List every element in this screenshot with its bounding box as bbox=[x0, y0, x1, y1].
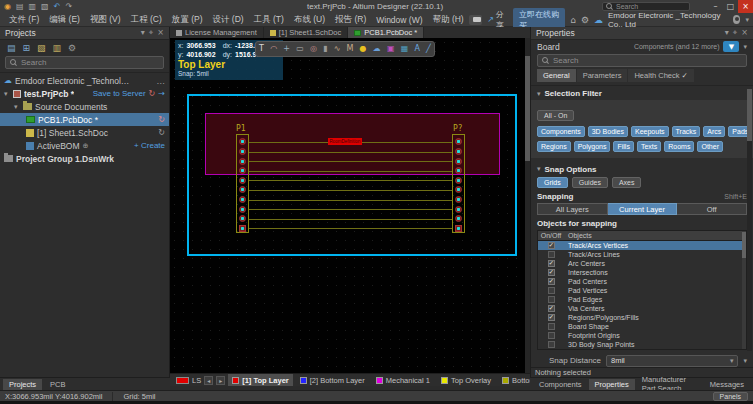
current-layer-option[interactable]: Current Layer bbox=[608, 203, 678, 215]
panel-menu-icon[interactable]: ▾ bbox=[725, 28, 729, 38]
menu-design[interactable]: 设计 (D) bbox=[208, 14, 249, 26]
menu-reports[interactable]: 报告 (R) bbox=[330, 14, 371, 26]
snap-object-row[interactable]: Track/Arcs Lines bbox=[538, 250, 746, 259]
track[interactable] bbox=[249, 190, 452, 191]
open-icon[interactable]: ▧ bbox=[41, 2, 49, 11]
undo-icon[interactable]: ↶ bbox=[54, 2, 61, 11]
track[interactable] bbox=[249, 171, 452, 172]
snap-object-row[interactable]: Pad Centers bbox=[538, 277, 746, 286]
create-link[interactable]: + Create bbox=[134, 141, 165, 150]
home-icon[interactable]: ⌂ bbox=[570, 15, 576, 25]
menu-edit[interactable]: 编辑 (E) bbox=[44, 14, 85, 26]
tab-license-management[interactable]: License Management bbox=[170, 27, 264, 38]
filter-regions-button[interactable]: Regions bbox=[537, 141, 571, 152]
workspace-menu-icon[interactable]: … bbox=[157, 76, 166, 86]
selection-filter-section-header[interactable]: ▾ Selection Filter bbox=[531, 87, 753, 100]
projects-search-input[interactable]: Search bbox=[5, 56, 164, 69]
workspace-row[interactable]: ☁ Emdoor Electronic _Technology Co., Ltd… bbox=[0, 74, 169, 87]
pad[interactable] bbox=[455, 138, 462, 145]
checkbox[interactable] bbox=[548, 341, 555, 348]
polygon-tool-icon[interactable]: ☁ bbox=[373, 45, 381, 53]
project-options-icon[interactable]: ⚙ bbox=[68, 43, 76, 53]
checkbox[interactable] bbox=[548, 251, 555, 258]
room-tool-icon[interactable]: ▣ bbox=[387, 45, 395, 53]
tab-pcb[interactable]: PCB bbox=[44, 379, 71, 390]
menu-view[interactable]: 视图 (V) bbox=[85, 14, 126, 26]
filter-polygons-button[interactable]: Polygons bbox=[574, 141, 611, 152]
guides-button[interactable]: Guides bbox=[572, 177, 608, 188]
track[interactable] bbox=[249, 200, 452, 201]
via-place-icon[interactable]: ● bbox=[360, 45, 367, 53]
save-to-server-link[interactable]: Save to Server bbox=[93, 89, 146, 98]
filter-fills-button[interactable]: Fills bbox=[613, 141, 633, 152]
close-icon[interactable]: × bbox=[741, 28, 748, 38]
checkbox[interactable] bbox=[548, 242, 555, 249]
pin-icon[interactable]: ⌖ bbox=[733, 28, 738, 38]
caret-icon[interactable]: ▾ bbox=[14, 103, 20, 111]
snap-object-row[interactable]: 3D Body Snap Points bbox=[538, 340, 746, 349]
checkbox[interactable] bbox=[548, 314, 555, 321]
table-scrollbar[interactable] bbox=[742, 231, 746, 349]
snap-object-row[interactable]: Footprint Origins bbox=[538, 331, 746, 340]
collapse-icon[interactable]: ▾ bbox=[537, 90, 541, 98]
add-document-icon[interactable]: ⊞ bbox=[23, 43, 31, 53]
filter-components-button[interactable]: Components bbox=[537, 126, 585, 137]
menu-help[interactable]: 帮助 (H) bbox=[428, 14, 469, 26]
sync-arrow-icon[interactable]: → bbox=[158, 89, 165, 98]
pad[interactable] bbox=[239, 158, 246, 165]
pad[interactable] bbox=[239, 225, 246, 232]
panel-scrollbar[interactable] bbox=[747, 89, 752, 351]
activebom-row[interactable]: ActiveBOM ⊕ + Create bbox=[0, 139, 169, 152]
pcb-doc-row[interactable]: PCB1.PcbDoc * ↻ bbox=[0, 113, 169, 126]
via-tool-icon[interactable]: + bbox=[283, 45, 290, 53]
tab-sheet1-schdoc[interactable]: [1] Sheet1.SchDoc bbox=[264, 27, 349, 38]
filter-other-button[interactable]: Other bbox=[697, 141, 723, 152]
filter-icon[interactable]: ▼ bbox=[723, 41, 739, 52]
checkbox[interactable] bbox=[548, 260, 555, 267]
track[interactable] bbox=[249, 209, 452, 210]
track[interactable] bbox=[249, 152, 452, 153]
pad[interactable] bbox=[455, 167, 462, 174]
filter-tracks-button[interactable]: Tracks bbox=[672, 126, 701, 137]
pad[interactable] bbox=[455, 158, 462, 165]
room-definition-label[interactable]: RoomDefinition bbox=[328, 138, 362, 145]
pad[interactable] bbox=[455, 206, 462, 213]
pad[interactable] bbox=[239, 177, 246, 184]
tab-components[interactable]: Components bbox=[533, 379, 588, 390]
tab-messages[interactable]: Messages bbox=[704, 379, 750, 390]
panel-menu-icon[interactable]: ▾ bbox=[141, 28, 145, 38]
menu-file[interactable]: 文件 (F) bbox=[4, 14, 44, 26]
arc-tool-icon[interactable]: ◠ bbox=[270, 45, 277, 53]
grids-button[interactable]: Grids bbox=[537, 177, 568, 188]
designator-p2[interactable]: P? bbox=[453, 124, 463, 133]
tab-parameters[interactable]: Parameters bbox=[577, 69, 628, 82]
pad[interactable] bbox=[455, 196, 462, 203]
pad[interactable] bbox=[455, 225, 462, 232]
layer-tab-mechanical1[interactable]: Mechanical 1 bbox=[372, 374, 434, 387]
layer-set-label[interactable]: LS bbox=[192, 376, 201, 385]
copy-icon[interactable]: ▥ bbox=[29, 2, 37, 11]
layer-tab-bottom[interactable]: [2] Bottom Layer bbox=[296, 374, 369, 387]
snap-object-row[interactable]: Board Shape bbox=[538, 322, 746, 331]
user-icon[interactable] bbox=[733, 15, 741, 24]
extra-dropdown-icon[interactable]: ▾ bbox=[743, 357, 747, 365]
pad[interactable] bbox=[455, 215, 462, 222]
route-tool-icon[interactable]: ∿ bbox=[334, 45, 341, 53]
pad[interactable] bbox=[455, 186, 462, 193]
scrollbar-thumb[interactable] bbox=[742, 232, 746, 258]
menu-project[interactable]: 工程 (C) bbox=[126, 14, 167, 26]
save-all-icon[interactable]: ▥ bbox=[53, 43, 62, 53]
tab-properties[interactable]: Properties bbox=[589, 379, 635, 390]
track[interactable] bbox=[249, 219, 452, 220]
gear-icon[interactable]: ⚙ bbox=[581, 15, 589, 25]
all-layers-option[interactable]: All Layers bbox=[537, 203, 608, 215]
all-on-button[interactable]: All - On bbox=[537, 110, 574, 121]
properties-search-input[interactable]: Search bbox=[537, 54, 747, 67]
menu-route[interactable]: 布线 (U) bbox=[289, 14, 330, 26]
current-layer-swatch[interactable] bbox=[176, 377, 189, 384]
snap-object-row[interactable]: Pad Vertices bbox=[538, 286, 746, 295]
tab-projects[interactable]: Projects bbox=[3, 379, 42, 390]
pad[interactable] bbox=[455, 148, 462, 155]
pad[interactable] bbox=[239, 215, 246, 222]
snap-object-row[interactable]: Via Centers bbox=[538, 304, 746, 313]
